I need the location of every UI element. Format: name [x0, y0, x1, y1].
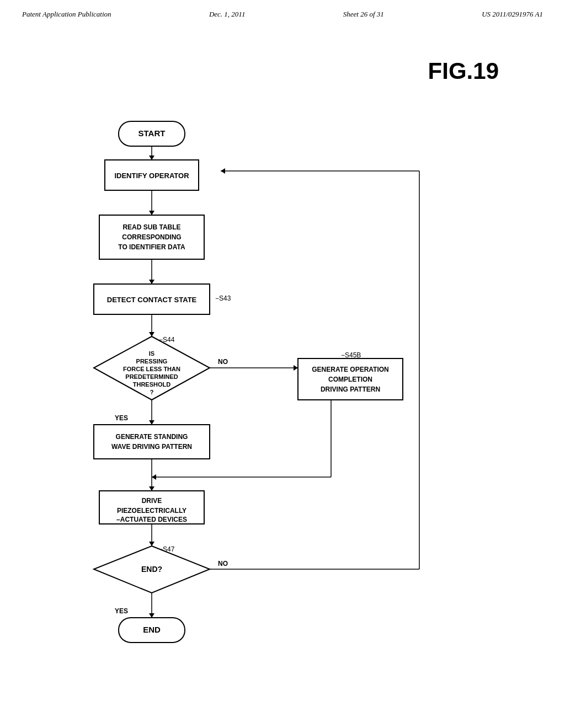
svg-marker-14 [152, 474, 156, 480]
svg-marker-21 [149, 613, 154, 618]
svg-text:DRIVING PATTERN: DRIVING PATTERN [321, 386, 380, 393]
svg-text:READ SUB TABLE: READ SUB TABLE [122, 223, 180, 231]
svg-text:END: END [143, 625, 161, 634]
svg-text:TO IDENTIFIER DATA: TO IDENTIFIER DATA [118, 243, 185, 251]
svg-text:–ACTUATED DEVICES: –ACTUATED DEVICES [116, 516, 187, 523]
svg-rect-50 [94, 425, 210, 459]
svg-text:PRESSING: PRESSING [136, 358, 168, 365]
svg-text:FORCE LESS THAN: FORCE LESS THAN [123, 366, 180, 372]
svg-marker-1 [149, 156, 154, 160]
svg-marker-17 [149, 486, 154, 491]
svg-text:COMPLETION: COMPLETION [328, 376, 372, 383]
svg-text:GENERATE STANDING: GENERATE STANDING [116, 433, 188, 441]
svg-marker-25 [221, 168, 225, 174]
svg-marker-5 [149, 280, 154, 284]
svg-text:DETECT CONTACT STATE: DETECT CONTACT STATE [107, 296, 197, 304]
svg-text:DRIVE: DRIVE [142, 497, 162, 505]
svg-text:?: ? [150, 389, 154, 395]
svg-marker-19 [149, 542, 154, 546]
svg-text:PREDETERMINED: PREDETERMINED [125, 373, 178, 380]
svg-text:IDENTIFY OPERATOR: IDENTIFY OPERATOR [114, 172, 189, 180]
flowchart: START −S41 IDENTIFY OPERATOR −S42 READ S… [33, 50, 508, 711]
svg-text:IS: IS [149, 350, 154, 357]
svg-marker-7 [149, 332, 154, 336]
svg-text:START: START [138, 129, 166, 138]
header-sheet: Sheet 26 of 31 [343, 10, 384, 19]
svg-marker-3 [149, 211, 154, 215]
svg-text:WAVE DRIVING PATTERN: WAVE DRIVING PATTERN [111, 443, 192, 451]
svg-text:YES: YES [115, 414, 128, 422]
header-date: Dec. 1, 2011 [209, 10, 245, 19]
svg-text:THRESHOLD: THRESHOLD [133, 381, 171, 388]
svg-text:NO: NO [218, 560, 228, 568]
svg-text:GENERATE OPERATION: GENERATE OPERATION [312, 366, 389, 373]
svg-marker-11 [294, 365, 298, 371]
svg-text:−S43: −S43 [215, 295, 231, 302]
svg-text:YES: YES [115, 607, 128, 615]
svg-marker-9 [149, 420, 154, 425]
svg-text:END?: END? [141, 565, 162, 574]
svg-text:NO: NO [218, 358, 228, 366]
svg-text:CORRESPONDING: CORRESPONDING [122, 233, 181, 241]
svg-text:−S45B: −S45B [341, 351, 361, 359]
svg-text:PIEZOELECTRICALLY: PIEZOELECTRICALLY [117, 507, 186, 515]
header-publication: Patent Application Publication [22, 10, 111, 19]
header-patent: US 2011/0291976 A1 [482, 10, 543, 19]
